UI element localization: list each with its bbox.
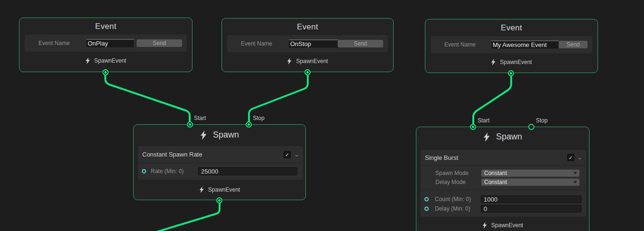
spawn1-stop-port[interactable] (246, 121, 252, 128)
output-slot: SpawnEvent (416, 222, 589, 229)
output-slot-label: SpawnEvent (491, 222, 523, 229)
lightning-bolt-icon (199, 186, 204, 193)
rate-input-port[interactable] (142, 169, 146, 174)
node-title-label: Spawn (213, 130, 239, 140)
block-constant-spawn-rate[interactable]: Constant Spawn Rate ✓ ⌄ Rate (Min: 0) 25… (138, 146, 303, 180)
event-name-label: Event Name (38, 40, 70, 46)
event-onplay-output-port[interactable] (102, 69, 109, 75)
block-header: Constant Spawn Rate ✓ ⌄ (138, 146, 303, 163)
rate-input[interactable]: 25000 (198, 167, 297, 176)
event-name-input[interactable]: My Awesome Event (491, 41, 559, 49)
block-enabled-checkbox[interactable]: ✓ (284, 151, 291, 158)
block-title: Constant Spawn Rate (142, 151, 202, 158)
event-name-input[interactable]: OnStop (289, 40, 338, 48)
output-slot: SpawnEvent (222, 58, 393, 65)
spawn-node-1[interactable]: Spawn Constant Spawn Rate ✓ ⌄ Rate (Min:… (133, 124, 306, 200)
spawn2-stop-port[interactable] (528, 124, 534, 130)
output-slot-label: SpawnEvent (208, 186, 240, 193)
delay-row: Delay (Min: 0) 0 (421, 204, 586, 213)
block-single-burst[interactable]: Single Burst ✓ ⌄ Spawn Mode Constant Del… (421, 150, 586, 217)
edge-onplay-to-spawn1-start[interactable] (105, 72, 190, 124)
delay-mode-label: Delay Mode (435, 179, 466, 185)
send-button[interactable]: Send (137, 39, 182, 47)
lightning-bolt-icon (85, 57, 90, 64)
send-button[interactable]: Send (338, 40, 383, 47)
count-label: Count (Min: 0) (435, 196, 471, 203)
delay-input[interactable]: 0 (481, 205, 581, 213)
spawn1-output-port[interactable] (216, 197, 222, 203)
output-slot: SpawnEvent (425, 59, 598, 65)
output-slot-label: SpawnEvent (296, 58, 328, 65)
output-slot: SpawnEvent (19, 57, 192, 64)
spawn-mode-row: Spawn Mode Constant (421, 168, 586, 177)
node-title-label: Spawn (496, 132, 522, 142)
event-settings-row: Event Name OnPlay Send (25, 35, 187, 52)
count-input-port[interactable] (424, 197, 429, 202)
spawn1-start-port[interactable] (187, 121, 193, 128)
node-title: Event (222, 18, 393, 32)
block-enabled-checkbox[interactable]: ✓ (567, 154, 574, 161)
node-title: Spawn (416, 132, 589, 142)
node-title: Spawn (134, 130, 305, 140)
event-node-onplay[interactable]: Event Event Name OnPlay Send SpawnEvent (19, 18, 193, 72)
send-button[interactable]: Send (559, 41, 588, 48)
spawn2-stop-label: Stop (536, 117, 548, 124)
output-slot: SpawnEvent (134, 186, 305, 193)
dropdown-arrow-icon (573, 172, 577, 174)
lightning-bolt-icon (287, 58, 292, 65)
spawn-mode-label: Spawn Mode (435, 170, 469, 176)
spawn1-start-label: Start (194, 115, 206, 121)
lightning-bolt-icon (200, 130, 207, 140)
event-name-label: Event Name (241, 40, 272, 47)
count-input[interactable]: 1000 (481, 195, 581, 203)
count-row: Count (Min: 0) 1000 (421, 194, 586, 204)
rate-row: Rate (Min: 0) 25000 (138, 163, 303, 179)
event-settings-row: Event Name My Awesome Event Send (431, 36, 592, 53)
event-name-label: Event Name (444, 41, 476, 48)
spawn2-start-port[interactable] (470, 124, 476, 130)
event-name-input[interactable]: OnPlay (86, 39, 134, 47)
edge-spawn1-output-offscreen[interactable] (147, 200, 220, 231)
lightning-bolt-icon (491, 59, 496, 65)
vfx-graph-canvas[interactable]: Event Event Name OnPlay Send SpawnEvent … (0, 0, 644, 231)
event-settings-row: Event Name OnStop Send (227, 35, 388, 52)
spawn2-start-label: Start (478, 117, 489, 124)
delay-mode-row: Delay Mode Constant (421, 177, 586, 186)
output-slot-label: SpawnEvent (500, 59, 532, 65)
node-title: Event (19, 18, 192, 31)
spawn-node-2[interactable]: Spawn Single Burst ✓ ⌄ Spawn Mode Consta… (416, 127, 589, 231)
node-title: Event (425, 19, 598, 33)
lightning-bolt-icon (483, 132, 490, 142)
event-onstop-output-port[interactable] (304, 69, 311, 75)
event-node-my-awesome-event[interactable]: Event Event Name My Awesome Event Send S… (425, 19, 598, 73)
event-node-onstop[interactable]: Event Event Name OnStop Send SpawnEvent (221, 18, 394, 72)
delay-label: Delay (Min: 0) (435, 205, 470, 212)
event-awesome-output-port[interactable] (508, 70, 514, 76)
chevron-down-icon[interactable]: ⌄ (294, 150, 299, 157)
delay-mode-value: Constant (484, 178, 507, 185)
block-title: Single Burst (425, 154, 458, 161)
delay-input-port[interactable] (424, 207, 429, 211)
delay-mode-dropdown[interactable]: Constant (481, 178, 580, 185)
lightning-bolt-icon (482, 222, 487, 229)
output-slot-label: SpawnEvent (94, 57, 126, 64)
rate-label: Rate (Min: 0) (151, 168, 184, 175)
block-header: Single Burst ✓ ⌄ (421, 150, 586, 165)
chevron-down-icon[interactable]: ⌄ (577, 154, 582, 161)
dropdown-arrow-icon (573, 181, 577, 183)
spawn1-stop-label: Stop (253, 115, 265, 121)
spawn-mode-value: Constant (484, 169, 507, 176)
spawn-mode-dropdown[interactable]: Constant (481, 169, 580, 176)
